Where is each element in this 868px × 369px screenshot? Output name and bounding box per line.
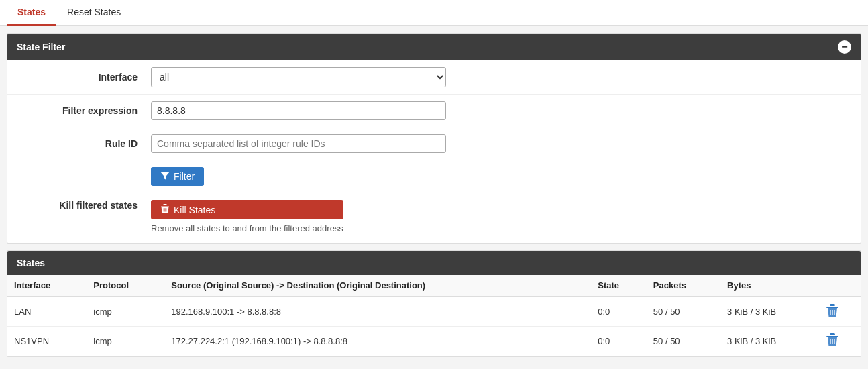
table-row: LANicmp192.168.9.100:1 -> 8.8.8.8:80:050… (7, 297, 861, 327)
tab-reset-states[interactable]: Reset States (56, 0, 131, 26)
states-panel-header: States (7, 251, 861, 275)
svg-rect-13 (830, 333, 835, 335)
cell-action (820, 297, 861, 327)
col-interface: Interface (7, 275, 87, 297)
cell-0: LAN (7, 297, 87, 327)
col-actions (820, 275, 861, 297)
filter-button-label: Filter (174, 171, 195, 182)
kill-states-button[interactable]: Kill States (151, 200, 343, 219)
state-filter-header: State Filter − (7, 34, 861, 60)
cell-0: NS1VPN (7, 327, 87, 356)
table-header-row: Interface Protocol Source (Original Sour… (7, 275, 861, 297)
filter-expression-input[interactable] (151, 101, 446, 120)
states-table: Interface Protocol Source (Original Sour… (7, 275, 861, 356)
interface-label: Interface (17, 72, 151, 83)
delete-row-icon[interactable] (826, 333, 838, 347)
svg-rect-2 (163, 204, 166, 205)
cell-4: 50 / 50 (647, 327, 720, 356)
filter-expression-row: Filter expression (7, 95, 861, 127)
cell-2: 192.168.9.100:1 -> 8.8.8.8:8 (164, 297, 591, 327)
cell-1: icmp (87, 297, 164, 327)
cell-1: icmp (87, 327, 164, 356)
filter-icon (160, 171, 170, 182)
filter-expression-label: Filter expression (17, 105, 151, 116)
state-filter-panel: State Filter − Interface all Filter expr… (7, 33, 861, 244)
kill-button-label: Kill States (174, 205, 215, 215)
interface-select[interactable]: all (151, 67, 446, 87)
states-panel: States Interface Protocol Source (Origin… (7, 250, 861, 357)
table-row: NS1VPNicmp172.27.224.2:1 (192.168.9.100:… (7, 327, 861, 356)
collapse-button[interactable]: − (838, 40, 851, 54)
col-protocol: Protocol (87, 275, 164, 297)
col-bytes: Bytes (720, 275, 820, 297)
svg-rect-7 (826, 307, 838, 308)
cell-2: 172.27.224.2:1 (192.168.9.100:1) -> 8.8.… (164, 327, 591, 356)
svg-rect-12 (826, 336, 838, 337)
col-packets: Packets (647, 275, 720, 297)
rule-id-row: Rule ID (7, 127, 861, 160)
svg-marker-0 (160, 172, 170, 180)
cell-5: 3 KiB / 3 KiB (720, 327, 820, 356)
kill-filtered-row: Kill filtered states Kill States Rem (7, 193, 861, 243)
cell-3: 0:0 (591, 297, 647, 327)
cell-4: 50 / 50 (647, 297, 720, 327)
cell-action (820, 327, 861, 356)
col-source-dest: Source (Original Source) -> Destination … (164, 275, 591, 297)
interface-row: Interface all (7, 60, 861, 95)
filter-button-row: Filter (7, 160, 861, 193)
kill-hint: Remove all states to and from the filter… (151, 223, 343, 233)
rule-id-input[interactable] (151, 134, 446, 153)
tab-states[interactable]: States (7, 0, 56, 26)
kill-content: Kill States Remove all states to and fro… (151, 200, 343, 233)
rule-id-label: Rule ID (17, 138, 151, 149)
svg-rect-8 (830, 304, 835, 306)
cell-3: 0:0 (591, 327, 647, 356)
states-panel-title: States (17, 258, 45, 268)
col-state: State (591, 275, 647, 297)
cell-5: 3 KiB / 3 KiB (720, 297, 820, 327)
trash-icon-btn (160, 204, 170, 215)
delete-row-icon[interactable] (826, 304, 838, 317)
state-filter-title: State Filter (17, 42, 65, 52)
tabs-bar: States Reset States (0, 0, 868, 26)
kill-label: Kill filtered states (17, 200, 151, 211)
filter-button[interactable]: Filter (151, 167, 204, 186)
